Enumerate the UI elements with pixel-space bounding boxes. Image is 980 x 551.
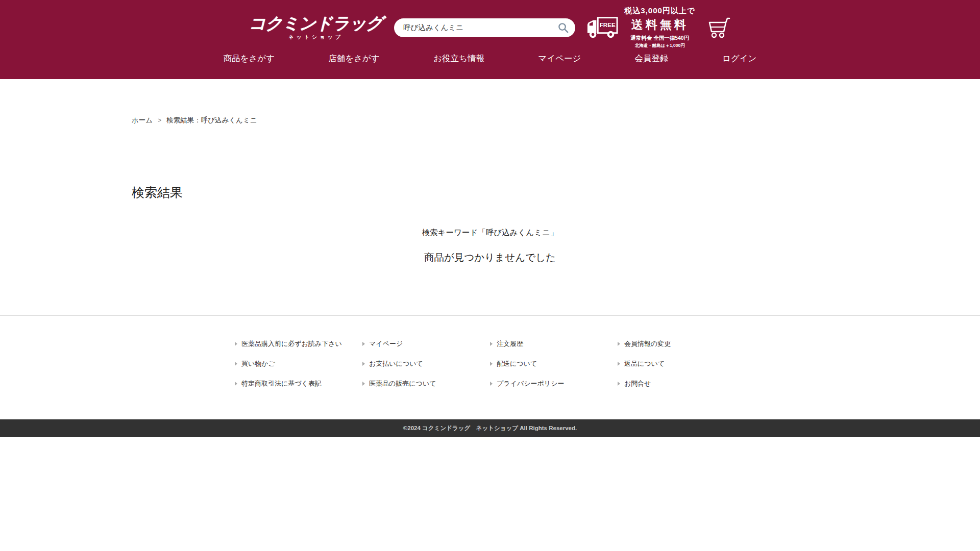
page-title: 検索結果	[132, 184, 848, 201]
cart-icon[interactable]	[706, 15, 731, 40]
arrow-right-icon	[618, 342, 620, 346]
search-input[interactable]	[394, 18, 575, 37]
nav-item-search-products[interactable]: 商品をさがす	[224, 53, 275, 64]
site-footer: 医薬品購入前に必ずお読み下さい 買い物かご 特定商取引法に基づく表記 マイページ	[0, 315, 980, 437]
search-box	[394, 18, 575, 37]
shipping-text: 税込3,000円以上で 送料無料 通常料金 全国一律540円 北海道・離島は＋1…	[624, 6, 695, 49]
footer-link-privacy-policy[interactable]: プライバシーポリシー	[490, 379, 618, 388]
copyright-bar: ©2024 コクミンドラッグ ネットショップ All Rights Reserv…	[0, 419, 980, 437]
arrow-right-icon	[618, 362, 620, 366]
footer-link-shopping-cart[interactable]: 買い物かご	[235, 359, 362, 368]
arrow-right-icon	[490, 362, 493, 366]
shipping-remote-fee: 北海道・離島は＋1,000円	[624, 43, 695, 49]
arrow-right-icon	[490, 382, 493, 386]
shipping-normal-fee: 通常料金 全国一律540円	[624, 35, 695, 42]
nav-item-my-page[interactable]: マイページ	[538, 53, 581, 64]
breadcrumb-current: 検索結果：呼び込みくんミニ	[166, 116, 257, 125]
site-header: コクミンドラッグ ネットショップ FREE 税込3,000円以上で	[0, 0, 980, 79]
arrow-right-icon	[618, 382, 620, 386]
shipping-free-text: 送料無料	[624, 17, 695, 33]
footer-link-delivery[interactable]: 配送について	[490, 359, 618, 368]
footer-link-contact[interactable]: お問合せ	[618, 379, 745, 388]
footer-column-1: 医薬品購入前に必ずお読み下さい 買い物かご 特定商取引法に基づく表記	[235, 339, 362, 399]
site-logo[interactable]: コクミンドラッグ ネットショップ	[249, 15, 383, 41]
truck-free-label: FREE	[600, 21, 616, 28]
footer-column-3: 注文履歴 配送について プライバシーポリシー	[490, 339, 618, 399]
search-result-block: 検索キーワード「呼び込みくんミニ」 商品が見つかりませんでした	[132, 228, 848, 264]
footer-link-returns[interactable]: 返品について	[618, 359, 745, 368]
breadcrumb-separator: >	[158, 117, 161, 124]
nav-item-login[interactable]: ログイン	[722, 53, 757, 64]
search-icon[interactable]	[557, 22, 569, 34]
site-logo-subtitle: ネットショップ	[249, 34, 383, 41]
truck-icon: FREE	[586, 16, 618, 39]
footer-column-2: マイページ お支払いについて 医薬品の販売について	[362, 339, 490, 399]
arrow-right-icon	[235, 342, 237, 346]
copyright-text: ©2024 コクミンドラッグ ネットショップ All Rights Reserv…	[403, 424, 577, 432]
footer-link-commercial-law[interactable]: 特定商取引法に基づく表記	[235, 379, 362, 388]
footer-link-member-info[interactable]: 会員情報の変更	[618, 339, 745, 348]
nav-item-register[interactable]: 会員登録	[635, 53, 669, 64]
shipping-threshold: 税込3,000円以上で	[624, 6, 695, 16]
footer-link-order-history[interactable]: 注文履歴	[490, 339, 618, 348]
arrow-right-icon	[362, 382, 365, 386]
nav-item-search-stores[interactable]: 店舗をさがす	[328, 53, 380, 64]
no-result-message: 商品が見つかりませんでした	[132, 251, 848, 264]
footer-link-read-before-purchase[interactable]: 医薬品購入前に必ずお読み下さい	[235, 339, 362, 348]
main-content: ホーム > 検索結果：呼び込みくんミニ 検索結果 検索キーワード「呼び込みくんミ…	[132, 116, 848, 264]
breadcrumb: ホーム > 検索結果：呼び込みくんミニ	[132, 116, 848, 125]
site-logo-title: コクミンドラッグ	[249, 15, 383, 32]
search-keyword-line: 検索キーワード「呼び込みくんミニ」	[132, 228, 848, 238]
arrow-right-icon	[362, 342, 365, 346]
footer-column-4: 会員情報の変更 返品について お問合せ	[618, 339, 745, 399]
arrow-right-icon	[235, 382, 237, 386]
footer-links-section: 医薬品購入前に必ずお読み下さい 買い物かご 特定商取引法に基づく表記 マイページ	[0, 315, 980, 419]
free-shipping-banner: FREE 税込3,000円以上で 送料無料 通常料金 全国一律540円 北海道・…	[586, 6, 695, 49]
arrow-right-icon	[362, 362, 365, 366]
header-top-row: コクミンドラッグ ネットショップ FREE 税込3,000円以上で	[249, 0, 731, 46]
footer-link-payment[interactable]: お支払いについて	[362, 359, 490, 368]
footer-link-drug-sales[interactable]: 医薬品の販売について	[362, 379, 490, 388]
footer-link-my-page[interactable]: マイページ	[362, 339, 490, 348]
arrow-right-icon	[490, 342, 493, 346]
breadcrumb-home-link[interactable]: ホーム	[132, 116, 153, 125]
arrow-right-icon	[235, 362, 237, 366]
nav-item-useful-info[interactable]: お役立ち情報	[433, 53, 484, 64]
